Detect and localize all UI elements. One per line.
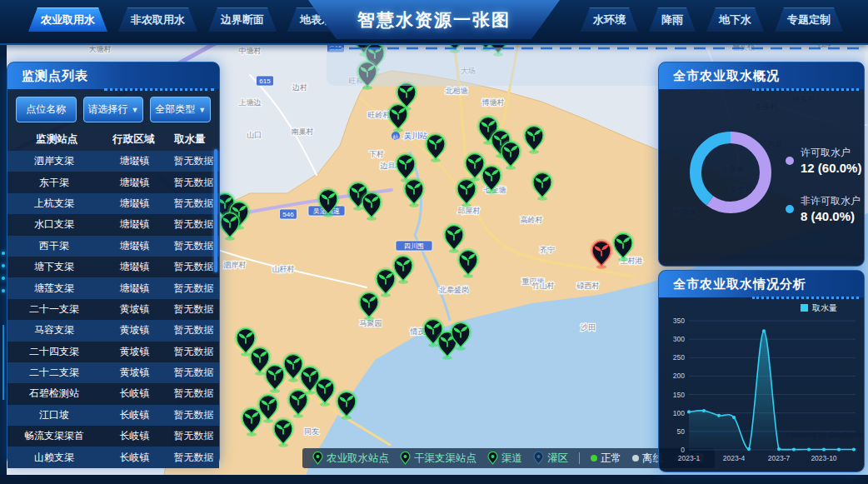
- svg-text:50: 50: [677, 427, 686, 436]
- legend-label: 渠道: [501, 452, 522, 466]
- panel-title-text: 全市农业取水情况分析: [673, 277, 806, 291]
- status-legend-item[interactable]: 正常: [591, 452, 621, 466]
- monitoring-point-list-panel: 监测点列表 点位名称 请选择行 ▼ 全部类型 ▼ 监测站点 行政区域 取水量 泗…: [7, 62, 220, 466]
- tab-nonagri-water[interactable]: 非农取用水: [118, 7, 197, 32]
- map-label: 下村: [369, 150, 384, 158]
- road-shield: 四川围: [396, 241, 432, 251]
- table-cell: 长岐镇: [101, 387, 168, 401]
- legend-dot: [786, 205, 794, 213]
- status-dot: [632, 455, 639, 462]
- table-cell: 石碧检测站: [7, 387, 101, 401]
- table-row[interactable]: 二十二支渠黄坡镇暂无数据: [7, 362, 219, 383]
- table-cell: 暂无数据: [168, 429, 219, 443]
- region-select[interactable]: 请选择行 ▼: [83, 97, 144, 122]
- map-label: 碌西村: [576, 282, 600, 290]
- table-row[interactable]: 塘莲支渠塘㙍镇暂无数据: [7, 277, 219, 298]
- frame-dot: [2, 264, 5, 267]
- type-select-value: 全部类型: [155, 102, 195, 117]
- table-row[interactable]: 上杭支渠塘㙍镇暂无数据: [7, 193, 219, 214]
- table-row[interactable]: 江口坡长岐镇暂无数据: [7, 405, 219, 426]
- map-legend-item[interactable]: 灌区: [533, 452, 568, 466]
- map-label: 南巢村: [292, 127, 314, 136]
- donut-chart: [666, 92, 791, 259]
- table-row[interactable]: 泗岸支渠塘㙍镇暂无数据: [7, 151, 219, 172]
- tab-agri-water[interactable]: 农业取用水: [28, 7, 107, 32]
- table-cell: 暂无数据: [168, 217, 219, 232]
- column-header-station: 监测站点: [12, 132, 101, 147]
- map-legend-item[interactable]: 农业取水站点: [312, 452, 389, 466]
- table-cell: 长岐镇: [101, 408, 168, 422]
- frame-dot: [2, 277, 5, 280]
- active-tab-caret-icon: [64, 1, 72, 6]
- table-row[interactable]: 石碧检测站长岐镇暂无数据: [7, 383, 219, 404]
- table-body: 泗岸支渠塘㙍镇暂无数据东干渠塘㙍镇暂无数据上杭支渠塘㙍镇暂无数据水口支渠塘㙍镇暂…: [7, 151, 219, 468]
- legend-label: 灌区: [547, 452, 568, 466]
- table-cell: 暂无数据: [168, 408, 219, 422]
- table-cell: 暂无数据: [168, 260, 219, 274]
- table-cell: 塘㙍镇: [101, 217, 168, 232]
- chevron-down-icon: ▼: [198, 106, 206, 114]
- map-label: 山口: [247, 131, 262, 139]
- frame-dot: [2, 289, 5, 292]
- status-label: 正常: [601, 452, 621, 466]
- map-label: 邱屋村: [458, 207, 481, 215]
- map-label: 博塘村: [482, 98, 505, 107]
- tab-water-env[interactable]: 水环境: [581, 7, 638, 32]
- line-chart: 0501001502002503003502023-12023-42023-72…: [659, 299, 864, 470]
- legend-dot: [786, 157, 794, 165]
- legend-pin-icon: [312, 452, 323, 465]
- type-select[interactable]: 全部类型 ▼: [150, 97, 211, 122]
- table-cell: 黄坡镇: [101, 323, 168, 337]
- scrollbar-thumb[interactable]: [214, 149, 217, 272]
- table-cell: 暂无数据: [168, 197, 219, 211]
- table-cell: 暂无数据: [168, 302, 219, 317]
- legend-pin-icon: [400, 452, 411, 465]
- table-cell: 暂无数据: [168, 282, 219, 296]
- map-legend-item[interactable]: 干渠支渠站点: [400, 452, 476, 466]
- table-row[interactable]: 二十一支渠黄坡镇暂无数据: [7, 299, 219, 320]
- table-cell: 黄坡镇: [101, 366, 168, 380]
- svg-text:吴川站: 吴川站: [404, 131, 428, 140]
- svg-text:0: 0: [681, 446, 685, 454]
- right-tab-group: 水环境降雨地下水专题定制: [581, 7, 843, 32]
- tab-thematic[interactable]: 专题定制: [775, 7, 843, 32]
- map-label: 中塘村: [239, 47, 262, 55]
- table-row[interactable]: 二十四支渠黄坡镇暂无数据: [7, 342, 219, 362]
- map-label: 北相塘: [446, 87, 468, 95]
- legend-pin-icon: [487, 452, 498, 465]
- line-legend-label: 取水量: [812, 303, 837, 312]
- tab-boundary-section[interactable]: 边界断面: [208, 7, 277, 32]
- table-cell: 暂无数据: [168, 176, 219, 190]
- table-row[interactable]: 畅流支渠渠首长岐镇暂无数据: [7, 426, 219, 447]
- svg-text:300: 300: [673, 335, 685, 343]
- table-row[interactable]: 西干渠塘㙍镇暂无数据: [7, 236, 219, 257]
- tab-rainfall[interactable]: 降雨: [649, 7, 696, 32]
- map-legend-item[interactable]: 渠道: [487, 452, 522, 466]
- table-cell: 泗岸支渠: [7, 154, 101, 168]
- point-name-filter-button[interactable]: 点位名称: [16, 97, 77, 122]
- table-row[interactable]: 水口支渠塘㙍镇暂无数据: [7, 214, 219, 235]
- svg-text:546: 546: [282, 211, 294, 218]
- table-cell: 长岐镇: [101, 429, 168, 443]
- table-row[interactable]: 山赖支渠长岐镇暂无数据: [7, 447, 219, 467]
- table-cell: 二十二支渠: [7, 366, 101, 380]
- table-cell: 暂无数据: [168, 154, 219, 168]
- table-row[interactable]: 东干渠塘㙍镇暂无数据: [7, 172, 219, 192]
- table-row[interactable]: 马容支渠黄坡镇暂无数据: [7, 320, 219, 341]
- region-select-value: 请选择行: [88, 102, 128, 117]
- table-cell: 塘㙍镇: [101, 239, 168, 253]
- svg-text:200: 200: [673, 372, 685, 380]
- map-label: 上塘边: [239, 98, 262, 107]
- table-cell: 暂无数据: [168, 345, 219, 359]
- map-legend-bar: 农业取水站点 干渠支渠站点 渠道 灌区 正常 离线 告警: [302, 448, 715, 468]
- chevron-down-icon: ▼: [132, 106, 139, 114]
- map-label: 高岭村: [521, 216, 543, 224]
- table-row[interactable]: 塘下支渠塘㙍镇暂无数据: [7, 257, 219, 277]
- table-cell: 暂无数据: [168, 239, 219, 253]
- svg-text:2023-4: 2023-4: [723, 454, 746, 462]
- title-dash-decoration: [752, 88, 859, 91]
- svg-text:2023-10: 2023-10: [811, 454, 836, 462]
- panel-title-intake-overview: 全市农业取水概况: [659, 62, 864, 89]
- tab-groundwater[interactable]: 地下水: [706, 7, 764, 32]
- road-shield: 546: [280, 209, 297, 219]
